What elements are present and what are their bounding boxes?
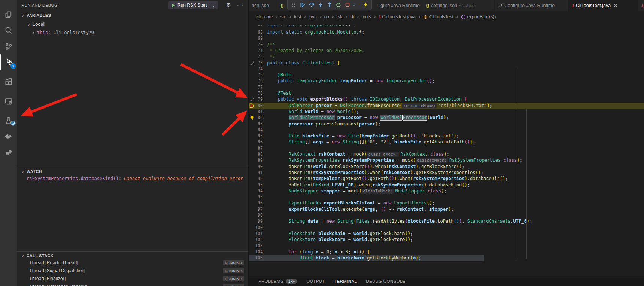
breadcrumb-item[interactable]: rsk: [336, 14, 342, 19]
remote-explorer-icon[interactable]: [0, 94, 17, 109]
breadcrumb-item[interactable]: test: [294, 14, 301, 19]
code-line-85[interactable]: 85 File blocksFile = new File(tempFolder…: [249, 133, 644, 139]
code-line-73[interactable]: 73public class CliToolsTest {: [249, 60, 644, 66]
code-line-78[interactable]: 78 @Test: [249, 90, 644, 97]
gear-icon[interactable]: ⚙: [226, 2, 231, 8]
code-line-86[interactable]: 86 String[] args = new String[]{"0", "2"…: [249, 139, 644, 145]
explorer-icon[interactable]: [0, 7, 17, 22]
call-stack-thread[interactable]: Thread [Signal Dispatcher]RUNNING: [17, 267, 248, 275]
search-icon[interactable]: [0, 22, 17, 38]
code-line-90[interactable]: 90 doReturn(world.getBlockStore()).when(…: [249, 164, 644, 170]
chevron-icon[interactable]: ⌄: [352, 0, 356, 9]
breadcrumb-item[interactable]: CliToolsTest: [423, 14, 453, 19]
breadcrumb-label: test: [294, 14, 301, 19]
breadcrumb-label: exportBlocks(): [467, 14, 496, 19]
editor-group: nch.json{}igure Java Runtime{}settings.j…: [249, 0, 644, 286]
step-out-icon[interactable]: [325, 0, 334, 9]
divider: [17, 251, 248, 252]
extensions-icon[interactable]: [0, 74, 17, 90]
breadcrumb-item[interactable]: exportBlocks(): [461, 14, 496, 19]
debug-config-dropdown[interactable]: ⌄: [210, 3, 217, 7]
section-variables[interactable]: ∨VARIABLES: [21, 13, 51, 18]
section-watch[interactable]: ∨WATCH: [21, 169, 42, 174]
call-stack-thread[interactable]: Thread [ReaderThread]RUNNING: [17, 259, 248, 267]
breadcrumb-item[interactable]: java: [309, 14, 317, 19]
code-line-76[interactable]: 76 public TemporaryFolder tempFolder = n…: [249, 78, 644, 84]
panel-tab-output[interactable]: OUTPUT: [306, 279, 325, 283]
line-number: 84: [249, 127, 263, 133]
variables-scope-local[interactable]: ∨Local: [27, 22, 45, 27]
panel-tab-problems[interactable]: PROBLEMS1K+: [258, 279, 297, 284]
panel-tab-terminal[interactable]: TERMINAL: [334, 279, 357, 283]
breadcrumb-item[interactable]: cli: [350, 14, 354, 19]
docker-icon[interactable]: [0, 128, 17, 144]
start-debug-button[interactable]: Run RSK Start ⌄: [168, 1, 218, 9]
line-number: 77: [249, 84, 263, 91]
breadcrumb-item[interactable]: rskj-core: [256, 14, 273, 19]
code-line-79[interactable]: 79 public void exportBlocks() throws IOE…: [249, 96, 644, 103]
code-line-88[interactable]: 88 RskContext rskContext = mock(classToM…: [249, 151, 644, 158]
code-line-80[interactable]: 80 DslParser parser = DslParser.fromReso…: [249, 103, 644, 109]
start-debug-label: Run RSK Start: [177, 3, 207, 8]
panel-tab-debug-console[interactable]: DEBUG CONSOLE: [366, 279, 405, 283]
code-line-96[interactable]: 96 ExportBlocks exportBlocksCliTool = ne…: [249, 200, 644, 206]
variable-this[interactable]: >this: CliToolsTest@29: [33, 30, 94, 35]
code-line-89[interactable]: 89 RskSystemProperties rskSystemProperti…: [249, 157, 644, 164]
breadcrumb-item[interactable]: JCliToolsTest.java: [379, 14, 416, 20]
breadcrumb-item[interactable]: tools: [361, 14, 371, 19]
code-line-83[interactable]: 83 processor.processCommands(parser);: [249, 121, 644, 127]
testing-icon[interactable]: [0, 113, 17, 128]
fold-region-icon[interactable]: [249, 97, 256, 103]
code-line-93[interactable]: 93 doReturn(DbKind.LEVEL_DB).when(rskSys…: [249, 182, 644, 188]
code-line-92[interactable]: 92 doReturn(tempFolder.getRoot().getPath…: [249, 176, 644, 182]
code-line-91[interactable]: 91 doReturn(rskSystemProperties).when(rs…: [249, 170, 644, 176]
restart-icon[interactable]: [334, 0, 343, 9]
code-line-95[interactable]: 95: [249, 194, 644, 200]
code-line-68[interactable]: 68import static org.mockito.Mockito.*;: [249, 29, 644, 36]
code-line-94[interactable]: 94 NodeStopper stopper = mock(classToMoc…: [249, 188, 644, 194]
code-line-69[interactable]: 69: [249, 35, 644, 42]
run-and-debug-icon[interactable]: 1: [0, 54, 18, 70]
code-line-77[interactable]: 77: [249, 84, 644, 91]
code-line-84[interactable]: 84: [249, 127, 644, 133]
call-stack-thread[interactable]: Thread [Finalizer]RUNNING: [17, 275, 248, 283]
section-call-stack[interactable]: ∨CALL STACK: [21, 253, 54, 258]
code-line-97[interactable]: 97 exportBlocksCliTool.execute(args, () …: [249, 206, 644, 213]
thread-label: Thread [Signal Dispatcher]: [29, 268, 85, 273]
call-stack-thread[interactable]: Thread [Reference Handler]RUNNING: [17, 283, 248, 286]
code-line-74[interactable]: 74: [249, 66, 644, 72]
step-into-icon[interactable]: [316, 0, 325, 9]
activity-bar: 1: [0, 0, 17, 286]
code-line-104[interactable]: 104 for (long n = 0; n < 3; n++) {: [249, 249, 644, 255]
code-line-81[interactable]: 81 World world = new World();: [249, 109, 644, 115]
code-line-102[interactable]: 102 BlockStore blockStore = world.getBlo…: [249, 237, 644, 243]
line-number: 102: [249, 237, 263, 243]
fold-region-icon[interactable]: [249, 60, 256, 66]
code-line-75[interactable]: 75 @Rule: [249, 72, 644, 78]
code-line-67[interactable]: 67import static org.junit.Assert.*;: [249, 22, 644, 28]
breadcrumb-item[interactable]: co: [324, 14, 329, 19]
gradle-icon[interactable]: [0, 144, 17, 160]
line-number: 67: [249, 22, 263, 28]
code-line-98[interactable]: 98: [249, 212, 644, 219]
breadcrumb-separator: >: [356, 15, 359, 19]
hot-swap-icon[interactable]: [361, 0, 370, 9]
code-line-72[interactable]: 72 */: [249, 54, 644, 60]
continue-icon[interactable]: [298, 0, 307, 9]
stop-icon[interactable]: [343, 0, 352, 9]
code-line-105[interactable]: 105 Block block = blockchain.getBlockByN…: [249, 255, 644, 261]
code-line-82[interactable]: 82 WorldDslProcessor processor = new Wor…: [249, 115, 644, 121]
code-line-103[interactable]: 103: [249, 243, 644, 249]
code-editor[interactable]: 67import static org.junit.Assert.*;68imp…: [249, 0, 644, 286]
code-line-87[interactable]: 87: [249, 145, 644, 152]
step-over-icon[interactable]: [307, 0, 316, 9]
source-control-icon[interactable]: [0, 39, 17, 54]
code-line-101[interactable]: 101 Blockchain blockchain = world.getBlo…: [249, 231, 644, 237]
code-line-71[interactable]: 71 * Created by ajlopez on 26/04/2020.: [249, 48, 644, 54]
code-line-99[interactable]: 99 String data = new String(Files.readAl…: [249, 218, 644, 225]
code-line-70[interactable]: 70/**: [249, 42, 644, 48]
breadcrumb-item[interactable]: src: [280, 14, 286, 19]
watch-expression[interactable]: rskSystemProperties.databaseKind(): Cann…: [27, 176, 244, 181]
code-line-100[interactable]: 100: [249, 225, 644, 231]
more-icon[interactable]: ···: [237, 2, 243, 8]
